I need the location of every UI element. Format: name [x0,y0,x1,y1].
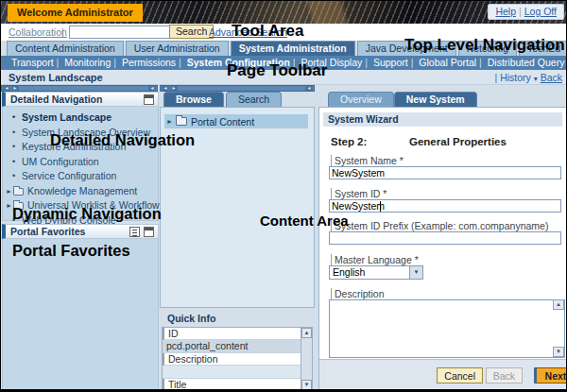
scroll-right-icon[interactable]: ► [11,86,19,91]
system-id-field[interactable] [329,199,561,213]
tab-search[interactable]: Search [226,92,282,107]
portal-window: Welcome Administrator Help|Log Off Colla… [0,0,567,392]
page-toolbar-right: | History ▾ Back [494,72,562,83]
nav-separator: | [479,57,482,68]
page-title: System Landscape [9,72,103,83]
tray-window-icon[interactable] [144,94,154,105]
nav-transport[interactable]: Transport [11,57,54,68]
annotation-page-toolbar: Page Toolbar [227,61,327,80]
system-name-label: System Name * [331,155,404,166]
nav-separator: | [113,57,116,68]
expander-icon[interactable]: ► [6,198,12,213]
collaboration-link[interactable]: Collaboration [9,26,67,38]
wizard-title-bar: System Wizard [323,112,562,127]
workspace-tabs: Overview New System [326,92,477,107]
bullet-icon: • [12,140,15,155]
tool-separator: | [61,26,64,38]
sidebar-item-label: UM Configuration [22,156,99,167]
quick-info-scrollbar[interactable]: ▲ ▼ [301,328,312,390]
masthead-banner: Welcome Administrator Help|Log Off [1,1,567,24]
quick-info-row[interactable]: Description [163,353,301,366]
scroll-up-icon[interactable]: ▲ [301,328,312,338]
nav-separator: | [57,57,60,68]
nav-distributed-query-engine[interactable]: Distributed Query Engine [488,57,567,68]
nav-separator: | [411,57,414,68]
master-language-value: English [333,266,365,278]
page-bar-separator: | [494,72,497,83]
annotation-dynamic-navigation: Dynamic Navigation [12,205,162,223]
nav-support[interactable]: Support [373,57,408,68]
portal-favorites-panel [2,239,159,391]
system-name-field[interactable] [329,166,561,179]
scroll-down-icon[interactable]: ▼ [301,380,312,390]
detailed-navigation-title: Detailed Navigation [10,94,102,105]
master-language-select[interactable]: English ▼ [329,265,423,280]
tab-browse[interactable]: Browse [163,92,224,107]
annotation-tool-area: Tool Area [232,22,304,41]
system-id-label: System ID * [331,188,387,199]
expander-icon[interactable]: ► [6,184,12,199]
system-id-prefix-label: System ID Prefix (Example: com.companyna… [331,220,548,231]
annotation-portal-favorites: Portal Favorites [12,242,130,260]
annotation-detailed-navigation: Detailed Navigation [50,131,195,149]
nav-monitoring[interactable]: Monitoring [64,57,111,68]
tab-user-administration[interactable]: User Administration [126,41,229,56]
sidebar-item-service-configuration[interactable]: •Service Configuration [3,169,158,184]
catalog-tabs: Browse Search [163,92,282,107]
bullet-icon: • [12,111,15,126]
tab-overview[interactable]: Overview [328,92,394,107]
tree-node-label: Portal Content [191,116,254,128]
master-language-label: Master Language * [331,254,419,265]
wizard-step-title: General Properties [409,136,507,147]
bullet-icon: • [12,155,15,170]
cancel-button[interactable]: Cancel [437,367,483,383]
sidebar-item-label: Service Configuration [22,170,116,181]
quick-info-row[interactable]: ID [163,328,301,340]
left-pane-scrollbar[interactable]: ◄ ► ◄ [1,85,158,92]
bullet-icon: • [12,169,15,184]
description-textarea[interactable] [329,299,565,358]
next-button[interactable]: Next [534,367,567,383]
portal-favorites-title: Portal Favorites [10,226,85,237]
system-wizard-panel: System Wizard Step 2: General Properties… [318,107,567,391]
scroll-down-icon[interactable]: ▼ [553,347,564,357]
scroll-left-icon[interactable]: ◄ [148,86,156,91]
scroll-left-icon[interactable]: ◄ [162,86,169,91]
tree-node-portal-content[interactable]: ► Portal Content [164,114,308,128]
back-button[interactable]: Back [486,367,523,383]
masthead-separator: | [519,6,522,17]
sidebar-item-system-landscape[interactable]: •System Landscape [3,111,158,126]
quick-info-row[interactable]: Title [163,379,301,391]
expander-icon[interactable]: ► [166,118,173,125]
quick-info-title: Quick Info [167,313,215,324]
history-link[interactable]: History [500,72,531,83]
tray-menu-icon[interactable] [129,227,140,237]
scroll-up-icon[interactable]: ▲ [553,299,564,310]
quick-info-row[interactable] [163,366,301,378]
middle-pane-scrollbar[interactable]: ◄ ► ◄ [160,85,315,92]
scroll-right-icon[interactable]: ► [170,86,178,91]
tab-content-administration[interactable]: Content Administration [7,41,124,56]
scroll-left-icon[interactable]: ◄ [3,86,10,91]
history-dropdown-icon[interactable]: ▾ [534,75,538,83]
system-id-prefix-field[interactable] [329,231,561,245]
nav-permissions[interactable]: Permissions [122,57,176,68]
detailed-navigation-panel: •System Landscape •System Landscape Over… [2,107,159,221]
search-button[interactable]: Search [169,25,214,39]
nav-separator: | [365,57,368,68]
help-link[interactable]: Help [495,6,516,17]
dropdown-arrow-icon[interactable]: ▼ [409,266,422,279]
masthead-links: Help|Log Off [488,4,564,20]
scroll-left-icon[interactable]: ◄ [305,86,313,91]
wizard-step-label: Step 2: [331,136,367,147]
log-off-link[interactable]: Log Off [524,6,557,17]
back-link[interactable]: Back [541,72,562,83]
annotation-top-level-navigation: Top Level Navigation [404,36,565,55]
tab-system-administration[interactable]: System Administration [231,41,355,56]
quick-info-row[interactable]: pcd.portal_content [163,340,301,352]
sidebar-item-knowledge-management[interactable]: ►Knowledge Management [3,184,158,199]
tab-new-system[interactable]: New System [394,92,477,107]
tray-window-icon[interactable] [144,227,154,237]
sidebar-item-um-configuration[interactable]: •UM Configuration [3,155,158,170]
nav-global-portal[interactable]: Global Portal [419,57,476,68]
